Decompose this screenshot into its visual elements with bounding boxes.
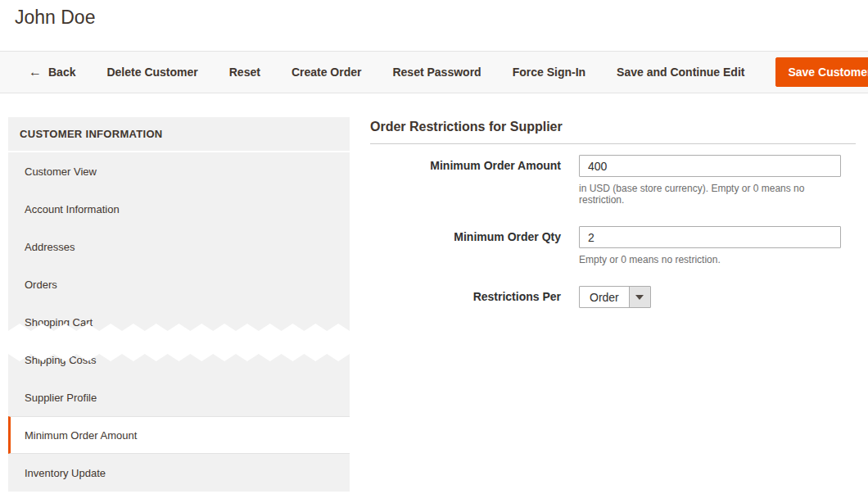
back-arrow-icon: ←: [29, 66, 42, 79]
sidebar-item-account-information[interactable]: Account Information: [8, 190, 350, 228]
field-row-restrictions-per: Restrictions Per Order: [370, 286, 856, 308]
restrictions-per-select[interactable]: Order: [579, 286, 651, 308]
dropdown-arrow-icon[interactable]: [629, 287, 650, 307]
main-content: Order Restrictions for Supplier Minimum …: [370, 120, 856, 329]
save-and-continue-button[interactable]: Save and Continue Edit: [617, 66, 744, 79]
minimum-order-qty-input[interactable]: [579, 226, 841, 248]
sidebar-header: CUSTOMER INFORMATION: [8, 117, 350, 152]
force-sign-in-button[interactable]: Force Sign-In: [513, 66, 585, 79]
sidebar-item-supplier-profile[interactable]: Supplier Profile: [8, 378, 350, 416]
sidebar-item-shipping-costs[interactable]: Shipping Costs: [8, 341, 350, 378]
minimum-order-amount-input[interactable]: [579, 155, 841, 177]
minimum-order-qty-note: Empty or 0 means no restriction.: [579, 254, 841, 265]
sidebar-item-addresses[interactable]: Addresses: [8, 228, 350, 265]
field-row-minimum-order-amount: Minimum Order Amount in USD (base store …: [370, 155, 856, 206]
customer-information-sidebar: CUSTOMER INFORMATION Customer View Accou…: [8, 117, 350, 492]
minimum-order-qty-label: Minimum Order Qty: [370, 226, 561, 265]
field-row-minimum-order-qty: Minimum Order Qty Empty or 0 means no re…: [370, 226, 856, 265]
sidebar-item-inventory-update[interactable]: Inventory Update: [8, 454, 350, 492]
section-heading: Order Restrictions for Supplier: [370, 120, 856, 134]
sidebar-item-orders[interactable]: Orders: [8, 265, 350, 303]
sidebar-item-minimum-order-amount[interactable]: Minimum Order Amount: [8, 416, 350, 454]
back-button-label: Back: [48, 66, 75, 79]
back-button[interactable]: ← Back: [29, 66, 75, 79]
toolbar: ← Back Delete Customer Reset Create Orde…: [0, 51, 868, 93]
minimum-order-amount-note: in USD (base store currency). Empty or 0…: [579, 183, 841, 206]
select-selected-value: Order: [580, 287, 629, 307]
restrictions-per-label: Restrictions Per: [370, 286, 561, 308]
reset-button[interactable]: Reset: [229, 66, 260, 79]
delete-customer-button[interactable]: Delete Customer: [106, 66, 197, 79]
reset-password-button[interactable]: Reset Password: [392, 66, 481, 79]
minimum-order-amount-label: Minimum Order Amount: [370, 155, 561, 206]
sidebar-item-shopping-cart[interactable]: Shopping Cart: [8, 303, 350, 341]
save-customer-button[interactable]: Save Customer: [775, 57, 868, 87]
section-divider: [370, 143, 856, 144]
sidebar-item-customer-view[interactable]: Customer View: [8, 152, 350, 190]
create-order-button[interactable]: Create Order: [292, 66, 362, 79]
page-title: John Doe: [15, 7, 95, 29]
